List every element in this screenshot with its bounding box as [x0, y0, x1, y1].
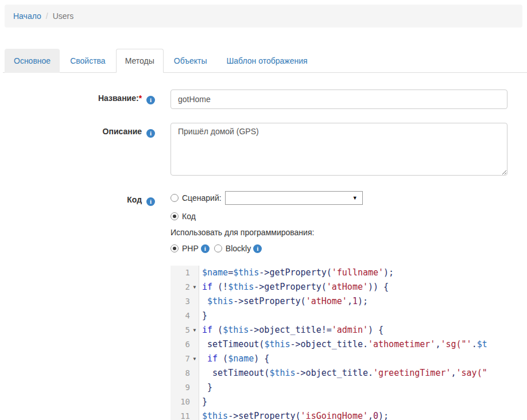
description-row: Описание i Пришёл домой (GPS): [0, 123, 527, 177]
scenario-select[interactable]: ▼: [225, 191, 363, 205]
scenario-option: Сценарий: ▼: [170, 191, 363, 205]
fold-marker-empty: [190, 309, 199, 323]
scenario-radio-label[interactable]: Сценарий:: [182, 193, 222, 203]
token-p: ->object_title!=: [249, 325, 332, 335]
token-s: 'fullname': [332, 267, 383, 278]
gutter-cell: 11: [170, 409, 199, 420]
token-p: .: [472, 339, 477, 349]
info-icon[interactable]: i: [146, 197, 155, 206]
info-icon[interactable]: i: [146, 129, 155, 138]
php-radio[interactable]: [170, 244, 179, 252]
code-line[interactable]: 1$name=$this->getProperty('fullname');: [170, 266, 527, 280]
token-p: ,: [368, 411, 373, 420]
token-v: $this: [207, 296, 233, 306]
code-line[interactable]: 7▼ if ($name) {: [170, 352, 527, 366]
code-radio-label[interactable]: Код: [182, 212, 196, 221]
code-text: if (!$this->getProperty('atHome')) {: [199, 280, 389, 294]
token-p: )) {: [368, 282, 389, 292]
gutter-cell: 8: [170, 366, 199, 380]
fold-marker-icon[interactable]: ▼: [190, 280, 199, 294]
gutter-cell: 2▼: [170, 280, 199, 294]
tab-bar: Основное Свойства Методы Объекты Шаблон …: [3, 49, 527, 73]
token-s: 'atHome': [306, 296, 347, 306]
tab-svoystva[interactable]: Свойства: [61, 49, 114, 73]
token-p: ->getProperty(: [254, 282, 326, 292]
tab-shablon[interactable]: Шаблон отображения: [218, 49, 317, 73]
line-number: 3: [170, 294, 190, 309]
info-icon[interactable]: i: [201, 244, 210, 253]
code-line[interactable]: 9 }: [170, 380, 527, 395]
code-editor[interactable]: 1$name=$this->getProperty('fullname');2▼…: [170, 266, 527, 420]
token-p: setTimeout(: [202, 339, 264, 349]
token-p: ->getProperty(: [259, 267, 331, 278]
fold-marker-empty: [190, 294, 199, 309]
token-k: if: [202, 282, 212, 292]
code-radio[interactable]: [170, 212, 179, 220]
token-v: $name: [228, 353, 254, 364]
code-line[interactable]: 8 setTimeout($this->object_title.'greeti…: [170, 366, 527, 380]
line-number: 2: [170, 280, 190, 294]
code-line[interactable]: 11$this->setProperty('isGoingHome',0);: [170, 409, 527, 420]
select-arrow-icon: ▼: [352, 195, 358, 201]
token-s: 'greetingTimer': [373, 368, 451, 378]
code-line[interactable]: 6 setTimeout($this->object_title.'athome…: [170, 337, 527, 352]
tab-osnovnoe[interactable]: Основное: [5, 49, 60, 73]
code-line[interactable]: 2▼if (!$this->getProperty('atHome')) {: [170, 280, 527, 294]
token-p: [202, 353, 207, 364]
gutter-cell: 7▼: [170, 352, 199, 366]
token-p: );: [383, 267, 394, 278]
info-icon[interactable]: i: [146, 96, 155, 104]
token-p: [202, 296, 207, 306]
token-p: (: [212, 325, 223, 335]
fold-marker-empty: [190, 266, 199, 280]
code-text: }: [199, 380, 212, 395]
breadcrumb-home-link[interactable]: Начало: [13, 11, 41, 21]
scenario-radio[interactable]: [170, 194, 179, 202]
token-s: 'atHome': [327, 282, 368, 292]
code-text: $name=$this->getProperty('fullname');: [199, 266, 394, 280]
code-editor-lines: 1$name=$this->getProperty('fullname');2▼…: [170, 266, 527, 420]
code-text: }: [199, 395, 207, 409]
token-p: ) {: [254, 353, 269, 364]
token-s: 'athometimer': [368, 339, 435, 349]
token-s: 'sg("': [440, 339, 471, 349]
info-icon[interactable]: i: [253, 244, 262, 253]
description-textarea[interactable]: Пришёл домой (GPS): [170, 123, 507, 176]
token-s: 'say(": [456, 368, 487, 378]
name-input[interactable]: [170, 90, 507, 109]
php-radio-label[interactable]: PHP: [182, 244, 199, 253]
token-v: $t: [477, 339, 487, 349]
line-number: 11: [170, 409, 190, 420]
code-label: Код i: [0, 191, 155, 260]
breadcrumb-separator: /: [41, 11, 53, 21]
fold-marker-icon[interactable]: ▼: [190, 323, 199, 337]
line-number: 6: [170, 337, 190, 352]
token-p: ,: [347, 296, 352, 306]
token-p: }: [202, 310, 207, 321]
tab-metody[interactable]: Методы: [116, 49, 164, 73]
code-text: if ($this->object_title!='admin') {: [199, 323, 383, 337]
token-p: ->object_title.: [296, 368, 373, 378]
blockly-radio-label[interactable]: Blockly: [226, 244, 251, 253]
programming-label: Использовать для программирования:: [170, 228, 363, 237]
fold-marker-empty: [190, 395, 199, 409]
code-line[interactable]: 5▼if ($this->object_title!='admin') {: [170, 323, 527, 337]
fold-marker-empty: [190, 337, 199, 352]
token-p: ,: [451, 368, 456, 378]
code-line[interactable]: 10}: [170, 395, 527, 409]
token-v: $this: [202, 411, 228, 420]
token-v: $name: [202, 267, 228, 278]
token-n: 0: [373, 411, 378, 420]
blockly-radio[interactable]: [214, 244, 222, 252]
gutter-cell: 9: [170, 380, 199, 395]
code-line[interactable]: 3 $this->setProperty('atHome',1);: [170, 294, 527, 309]
gutter-cell: 1: [170, 266, 199, 280]
gutter-cell: 6: [170, 337, 199, 352]
code-text: }: [199, 309, 207, 323]
code-line[interactable]: 4}: [170, 309, 527, 323]
tab-obekty[interactable]: Объекты: [165, 49, 216, 73]
line-number: 1: [170, 266, 190, 280]
gutter-cell: 4: [170, 309, 199, 323]
fold-marker-icon[interactable]: ▼: [190, 352, 199, 366]
language-options: PHP i Blockly i: [170, 242, 363, 255]
